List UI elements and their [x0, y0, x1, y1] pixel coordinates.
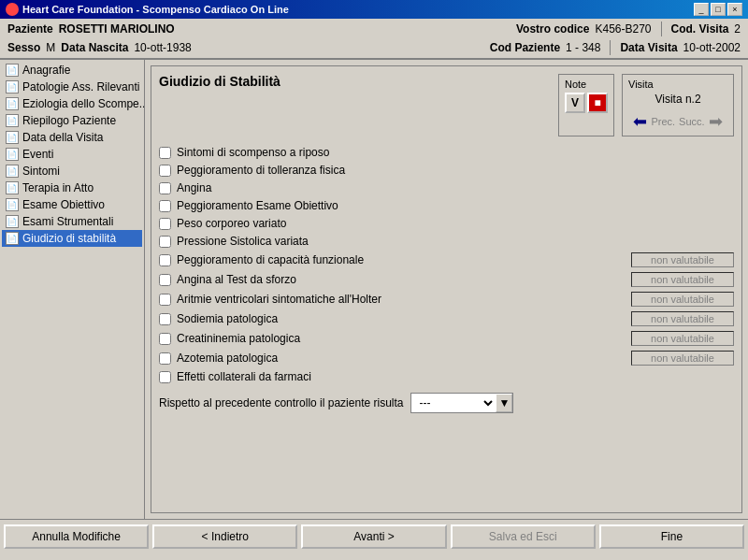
checkbox-9[interactable] — [159, 313, 171, 325]
checkbox-row-6: Peggioramento di capacità funzionalenon … — [159, 252, 734, 267]
visita-nav: ⬅ Prec. Succ. ➡ — [628, 111, 727, 132]
sidebar-label-esami-strumentali: Esami Strumentali — [22, 215, 113, 228]
annulla-button[interactable]: Annulla Modifiche — [4, 524, 149, 549]
sidebar-label-esame: Esame Obiettivo — [22, 198, 105, 211]
checkbox-7[interactable] — [159, 274, 171, 286]
visita-n: Visita n.2 — [628, 93, 727, 106]
avanti-button[interactable]: Avanti > — [301, 524, 446, 549]
sidebar-label-riepilogo: Riepilogo Paziente — [22, 114, 116, 127]
maximize-button[interactable]: □ — [711, 3, 726, 16]
sidebar-item-sintomi[interactable]: 📄 Sintomi — [2, 163, 142, 179]
visita-box-label: Visita — [628, 79, 727, 90]
checkbox-11[interactable] — [159, 352, 171, 365]
prec-label[interactable]: Prec. — [651, 116, 675, 127]
sidebar-icon-sintomi: 📄 — [6, 165, 19, 178]
checkbox-3[interactable] — [159, 200, 171, 212]
non-valutabile-btn-10[interactable]: non valutabile — [631, 331, 734, 346]
sidebar-item-eziologia[interactable]: 📄 Eziologia dello Scompe... — [2, 95, 142, 112]
checkbox-row-4: Peso corporeo variato — [159, 217, 734, 230]
vostro-codice-label: Vostro codice — [516, 22, 589, 36]
data-visita-value: 10-ott-2002 — [683, 41, 741, 54]
sidebar-label-patologie: Patologie Ass. Rilevanti — [22, 80, 139, 93]
non-valutabile-btn-7[interactable]: non valutabile — [631, 272, 734, 287]
sidebar-item-giudizio[interactable]: 📄 Giudizio di stabilità — [2, 230, 142, 247]
window-controls[interactable]: _ □ × — [694, 3, 742, 16]
sidebar-item-anagrafie[interactable]: 📄 Anagrafie — [2, 62, 142, 79]
sidebar-icon-esami-strumentali: 📄 — [6, 215, 19, 228]
note-visita-container: Note V ■ Visita Visita n.2 ⬅ Prec. — [558, 74, 734, 136]
checkbox-label-3: Peggioramento Esame Obiettivo — [177, 199, 338, 212]
giudizio-panel: Giudizio di Stabilità Note V ■ Visita Vi… — [151, 65, 742, 513]
sidebar-item-patologie[interactable]: 📄 Patologie Ass. Rilevanti — [2, 79, 142, 95]
succ-label: Succ. — [679, 116, 705, 127]
checkbox-4[interactable] — [159, 218, 171, 230]
sidebar-icon-giudizio: 📄 — [6, 232, 19, 245]
checkbox-label-6: Peggioramento di capacità funzionale — [177, 253, 364, 266]
checkbox-row-12: Effetti collaterali da farmaci — [159, 370, 734, 383]
paziente-label: Paziente — [7, 22, 53, 36]
sesso-value: M — [46, 41, 55, 54]
checkbox-10[interactable] — [159, 333, 171, 345]
sidebar-label-anagrafie: Anagrafie — [22, 64, 70, 77]
giudizio-header: Giudizio di Stabilità Note V ■ Visita Vi… — [159, 74, 734, 136]
checkbox-row-3: Peggioramento Esame Obiettivo — [159, 199, 734, 212]
sidebar-item-eventi[interactable]: 📄 Eventi — [2, 146, 142, 163]
note-red-button[interactable]: ■ — [587, 93, 608, 113]
sidebar-item-esame[interactable]: 📄 Esame Obiettivo — [2, 196, 142, 213]
checkbox-label-9: Sodiemia patologica — [177, 312, 278, 325]
checkbox-row-2: Angina — [159, 181, 734, 194]
data-nascita-label: Data Nascita — [61, 41, 128, 54]
sidebar-item-terapia[interactable]: 📄 Terapia in Atto — [2, 179, 142, 196]
non-valutabile-btn-6[interactable]: non valutabile — [631, 252, 734, 267]
prec-arrow[interactable]: ⬅ — [633, 111, 647, 132]
note-box: Note V ■ — [558, 74, 614, 136]
title-bar: Heart Care Foundation - Scompenso Cardia… — [0, 0, 748, 19]
checkbox-row-0: Sintomi di scompenso a riposo — [159, 146, 734, 159]
checkbox-8[interactable] — [159, 294, 171, 306]
app-icon — [6, 3, 19, 16]
cod-visita-label: Cod. Visita — [671, 22, 729, 36]
checkbox-6[interactable] — [159, 254, 171, 266]
risulta-select[interactable]: --- Migliorato Stabile Peggiorato — [411, 395, 496, 411]
checkbox-2[interactable] — [159, 182, 171, 194]
checkbox-label-10: Creatininemia patologica — [177, 332, 300, 345]
checkbox-row-8: Aritmie ventricolari sintomatiche all'Ho… — [159, 292, 734, 307]
non-valutabile-btn-8[interactable]: non valutabile — [631, 292, 734, 307]
bottom-label: Rispetto al precedente controllo il pazi… — [159, 396, 403, 409]
succ-arrow: ➡ — [709, 111, 723, 132]
data-visita-label: Data Visita — [620, 41, 677, 54]
main-container: 📄 Anagrafie 📄 Patologie Ass. Rilevanti 📄… — [0, 60, 748, 519]
close-button[interactable]: × — [727, 3, 742, 16]
checkbox-12[interactable] — [159, 371, 171, 383]
risulta-dropdown-arrow[interactable]: ▼ — [496, 394, 512, 412]
sidebar-label-eziologia: Eziologia dello Scompe... — [22, 97, 145, 110]
non-valutabile-btn-9[interactable]: non valutabile — [631, 311, 734, 326]
note-buttons: V ■ — [565, 93, 608, 113]
sidebar-icon-esame: 📄 — [6, 198, 19, 211]
checkbox-row-11: Azotemia patologicanon valutabile — [159, 351, 734, 366]
checkbox-label-8: Aritmie ventricolari sintomatiche all'Ho… — [177, 293, 381, 306]
sidebar-item-esami-strumentali[interactable]: 📄 Esami Strumentali — [2, 213, 142, 230]
sidebar-label-eventi: Eventi — [22, 148, 53, 161]
checkbox-label-7: Angina al Test da sforzo — [177, 273, 296, 286]
sidebar-item-data-visita[interactable]: 📄 Data della Visita — [2, 129, 142, 146]
minimize-button[interactable]: _ — [694, 3, 709, 16]
note-v-button[interactable]: V — [565, 93, 585, 113]
visita-box: Visita Visita n.2 ⬅ Prec. Succ. ➡ — [622, 74, 734, 136]
checkbox-row-9: Sodiemia patologicanon valutabile — [159, 311, 734, 326]
content-area: Giudizio di Stabilità Note V ■ Visita Vi… — [145, 60, 748, 519]
sidebar-icon-patologie: 📄 — [6, 80, 19, 93]
sidebar-item-riepilogo[interactable]: 📄 Riepilogo Paziente — [2, 112, 142, 129]
indietro-button[interactable]: < Indietro — [152, 524, 297, 549]
sidebar-label-data-visita: Data della Visita — [22, 131, 104, 144]
fine-button[interactable]: Fine — [599, 524, 744, 549]
checkbox-list: Sintomi di scompenso a riposoPeggioramen… — [159, 146, 734, 383]
window-title: Heart Care Foundation - Scompenso Cardia… — [22, 4, 289, 15]
non-valutabile-btn-11[interactable]: non valutabile — [631, 351, 734, 366]
checkbox-label-11: Azotemia patologica — [177, 352, 278, 365]
checkbox-1[interactable] — [159, 165, 171, 177]
checkbox-0[interactable] — [159, 147, 171, 159]
sidebar-icon-eventi: 📄 — [6, 148, 19, 161]
sidebar-icon-riepilogo: 📄 — [6, 114, 19, 127]
checkbox-5[interactable] — [159, 236, 171, 248]
